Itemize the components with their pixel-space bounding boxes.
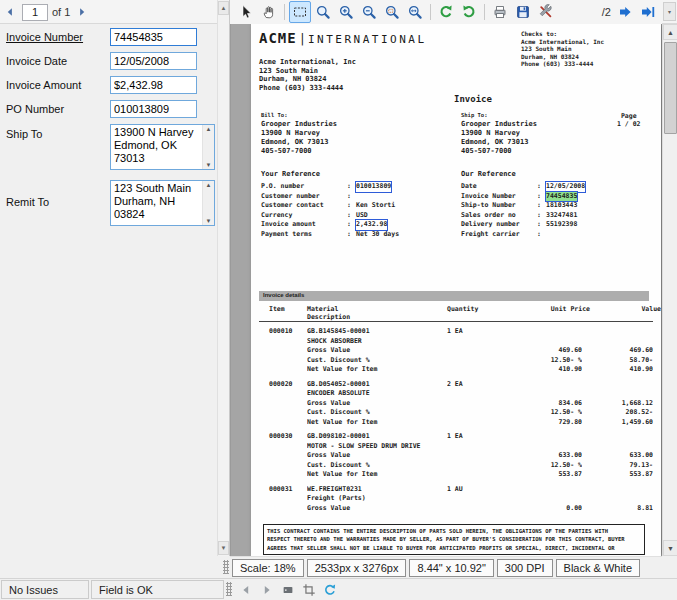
- table-cell: [447, 504, 492, 514]
- scroll-down-icon[interactable]: ▼: [663, 540, 677, 556]
- crop-button[interactable]: [300, 581, 318, 599]
- rotate-left-button[interactable]: [435, 1, 457, 23]
- invoice-page[interactable]: ACME | INTERNATIONAL Checks to: Acme Int…: [251, 24, 661, 556]
- table-cell: GB.B145845-00001: [307, 327, 447, 337]
- select-cursor-button[interactable]: [235, 1, 257, 23]
- next-page-button[interactable]: [614, 1, 636, 23]
- scale-segment[interactable]: Scale: 18%: [232, 559, 304, 577]
- rotate-right-button[interactable]: [458, 1, 480, 23]
- tag-button[interactable]: [279, 581, 297, 599]
- ship-to-scrollbar[interactable]: ▲▼: [202, 125, 214, 169]
- table-cell: Cust. Discount %: [307, 461, 447, 471]
- scroll-down-icon[interactable]: ▼: [218, 541, 229, 555]
- scroll-up-icon[interactable]: ▲: [663, 24, 677, 40]
- table-cell: WE.FREIGHT0231: [307, 485, 447, 495]
- page-value: 1 / 02: [617, 120, 640, 128]
- ship-to-field: 13900 N Harvey Edmond, OK 73013 ▲▼: [110, 124, 215, 170]
- doc-text: 13900 N Harvey: [461, 129, 537, 138]
- scroll-down-icon[interactable]: ▼: [206, 218, 212, 224]
- prev-record-button[interactable]: [2, 3, 18, 21]
- splitter-grip[interactable]: [226, 582, 232, 596]
- next-record-button[interactable]: [74, 3, 90, 21]
- ref-row: Customer number:: [261, 192, 399, 202]
- page-label: Page: [617, 112, 640, 120]
- back-button[interactable]: [237, 581, 255, 599]
- table-cell: 58.70-: [582, 356, 653, 366]
- ref-colon: :: [347, 211, 356, 221]
- table-cell: [259, 337, 307, 347]
- ref-value: Ken Storti: [356, 201, 395, 211]
- splitter-grip[interactable]: [223, 560, 229, 574]
- table-cell: Gross Value: [307, 504, 447, 514]
- invoice-amount-input[interactable]: [110, 76, 197, 94]
- ref-row: Currency:USD: [261, 211, 399, 221]
- invoice-number-input[interactable]: [110, 28, 197, 46]
- table-row: Cust. Discount %12.50- %79.13-: [259, 461, 653, 471]
- doc-text: Grooper Industries: [261, 120, 337, 129]
- table-cell: [259, 418, 307, 428]
- doc-text: 405-507-7000: [461, 147, 537, 156]
- table-cell: 2 EA: [447, 380, 492, 390]
- forward-button[interactable]: [258, 581, 276, 599]
- inch-size-segment[interactable]: 8.44" x 10.92": [409, 559, 493, 577]
- zoom-fit-button[interactable]: [404, 1, 426, 23]
- zoom-out-button[interactable]: [358, 1, 380, 23]
- refresh-button[interactable]: [321, 581, 339, 599]
- ref-value: Net 30 days: [356, 230, 399, 240]
- table-cell: [447, 399, 492, 409]
- index-panel-scrollbar[interactable]: ▲ ▼: [217, 0, 230, 556]
- table-row: 000010GB.B145845-000011 EA: [259, 327, 653, 337]
- zoom-selection-button[interactable]: [381, 1, 403, 23]
- table-cell: ENCODER ABSOLUTE: [307, 389, 447, 399]
- page-info: Page 1 / 02: [617, 112, 640, 128]
- color-mode-segment[interactable]: Black & White: [556, 559, 640, 577]
- scroll-up-icon[interactable]: ▲: [206, 126, 212, 132]
- pixel-size-segment[interactable]: 2533px x 3276px: [307, 559, 407, 577]
- document-viewer[interactable]: ACME | INTERNATIONAL Checks to: Acme Int…: [230, 24, 662, 556]
- pan-hand-button[interactable]: [258, 1, 280, 23]
- dpi-segment[interactable]: 300 DPI: [497, 559, 553, 577]
- field-highlight[interactable]: 2,432.98: [356, 220, 387, 230]
- remit-to-input[interactable]: 123 South Main Durham, NH 03824: [111, 181, 214, 225]
- company-lines: Acme International, Inc123 South MainDur…: [259, 58, 356, 92]
- viewer-scrollbar[interactable]: ▲ ▼: [662, 24, 677, 556]
- ref-row: Invoice Number:74454835: [461, 192, 585, 202]
- field-label-invoice-number: Invoice Number: [6, 31, 83, 43]
- zoom-fit-icon: [407, 4, 423, 20]
- scroll-up-icon[interactable]: ▲: [218, 1, 229, 15]
- zoom-in-button[interactable]: [335, 1, 357, 23]
- table-cell: [259, 408, 307, 418]
- print-button[interactable]: [489, 1, 511, 23]
- last-page-button[interactable]: [637, 1, 659, 23]
- table-cell: 469.60: [582, 346, 653, 356]
- table-cell: 000020: [259, 380, 307, 390]
- your-reference-block: Your Reference P.O. number:010013809Cust…: [261, 170, 399, 239]
- marquee-zoom-button[interactable]: [289, 1, 311, 23]
- tools-button[interactable]: [535, 1, 557, 23]
- ref-label: Invoice Number: [461, 192, 537, 202]
- table-cell: Cust. Discount %: [307, 356, 447, 366]
- ref-row: Customer contact:Ken Storti: [261, 201, 399, 211]
- save-button[interactable]: [512, 1, 534, 23]
- invoice-item: 000031WE.FREIGHT02311 AUFreight (Parts)G…: [259, 485, 653, 514]
- invoice-details-band: Invoice details: [259, 291, 649, 301]
- record-number-box[interactable]: 1: [22, 4, 48, 21]
- invoice-title: Invoice: [454, 94, 492, 104]
- checks-to-block: Checks to: Acme International, Inc123 So…: [521, 30, 604, 68]
- remit-to-scrollbar[interactable]: ▲▼: [202, 181, 214, 225]
- field-highlight[interactable]: 12/05/2008: [546, 182, 585, 192]
- doc-text: 405-507-7000: [261, 147, 337, 156]
- scroll-down-icon[interactable]: ▼: [206, 162, 212, 168]
- po-number-input[interactable]: [110, 100, 197, 118]
- scroll-up-icon[interactable]: ▲: [206, 182, 212, 188]
- ref-label: Delivery number: [461, 220, 537, 230]
- field-highlight[interactable]: 010013809: [356, 182, 391, 192]
- toolbar-overflow-button[interactable]: ▾: [663, 2, 676, 21]
- field-highlight[interactable]: 74454835: [546, 192, 577, 202]
- ref-row: Freight carrier:: [461, 230, 585, 240]
- magnifier-button[interactable]: [312, 1, 334, 23]
- ship-to-input[interactable]: 13900 N Harvey Edmond, OK 73013: [111, 125, 214, 169]
- scrollbar-thumb[interactable]: [664, 42, 677, 134]
- ref-colon: :: [537, 192, 546, 202]
- invoice-date-input[interactable]: [110, 52, 197, 70]
